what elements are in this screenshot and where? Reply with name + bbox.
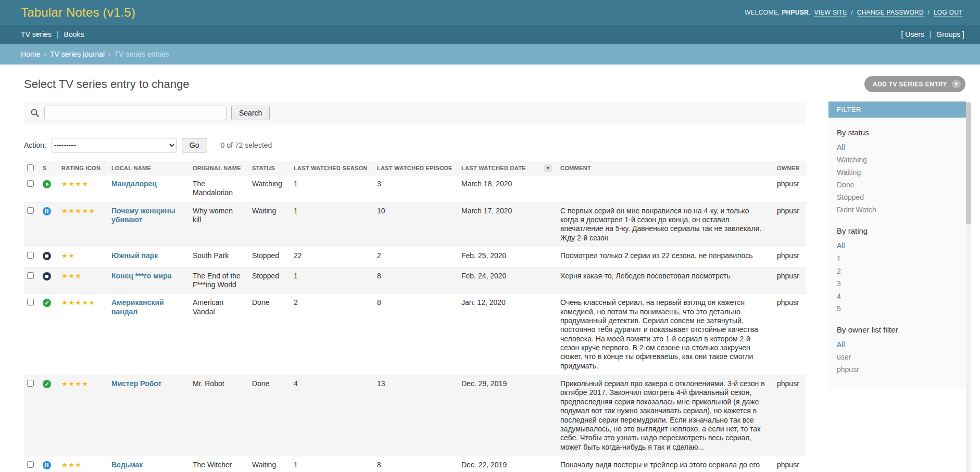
row-checkbox[interactable] (27, 461, 34, 468)
table-row: ★★ Южный парк South Park Stopped 22 2 Fe… (24, 247, 806, 267)
column-header-label: LAST WATCHED SEASON (294, 165, 368, 171)
status-pause-icon (43, 207, 51, 215)
filter-option[interactable]: 3 (837, 277, 958, 290)
breadcrumb-link[interactable]: TV series journal (50, 50, 105, 58)
filter-option-link[interactable]: 2 (837, 267, 841, 275)
filter-option[interactable]: Waiting (837, 166, 958, 178)
local-name-link[interactable]: Конец ***го мира (111, 272, 172, 280)
filter-option-link[interactable]: 1 (837, 254, 841, 263)
last-watched-episode: 10 (372, 202, 456, 247)
filter-option-link[interactable]: 3 (837, 279, 841, 288)
column-header-last-watched-episode[interactable]: LAST WATCHED EPISODE (372, 161, 456, 175)
local-name-link[interactable]: Южный парк (111, 251, 158, 260)
change-password-link[interactable]: CHANGE PASSWORD (857, 9, 924, 17)
header-bar: Tabular Notes (v1.5) WELCOME, PHPUSR. VI… (0, 0, 980, 25)
column-header-last-watched-date[interactable]: LAST WATCHED DATE▾ (456, 161, 555, 175)
filter-option[interactable]: All (837, 338, 958, 351)
filter-option[interactable]: 4 (837, 290, 958, 302)
nav-books-link[interactable]: Books (64, 30, 84, 39)
nav-tv-series-link[interactable]: TV series (21, 30, 52, 39)
status-text: Stopped (247, 267, 288, 294)
breadcrumb-separator: › (44, 50, 46, 58)
last-watched-date: Feb. 24, 2020 (456, 267, 555, 294)
last-watched-season: 1 (288, 456, 372, 472)
plus-icon (952, 80, 961, 88)
filter-option-link[interactable]: 4 (837, 292, 841, 300)
filter-option-link[interactable]: All (837, 241, 845, 250)
local-name-link[interactable]: Ведьмак (111, 461, 143, 469)
view-site-link[interactable]: VIEW SITE (814, 9, 847, 17)
column-header-rating-icon[interactable]: RATING ICON (56, 161, 106, 175)
column-header-last-watched-season[interactable]: LAST WATCHED SEASON (288, 161, 372, 175)
scrollbar[interactable] (966, 102, 971, 472)
selection-counter: 0 of 72 selected (221, 141, 272, 149)
column-header-local-name[interactable]: LOCAL NAME (106, 161, 187, 175)
filter-option-link[interactable]: 5 (837, 304, 841, 313)
site-title[interactable]: Tabular Notes (v1.5) (21, 5, 135, 20)
filter-option-link[interactable]: Didnt Watch (837, 206, 876, 214)
module-nav-bar: TV series | Books [ Users | Groups ] (0, 25, 980, 44)
row-checkbox[interactable] (27, 299, 34, 305)
filter-option[interactable]: 2 (837, 265, 958, 277)
filter-group: By statusAllWatchingWaitingDoneStoppedDi… (828, 128, 966, 216)
filter-option-link[interactable]: Waiting (837, 168, 861, 176)
status-text: Watching (247, 175, 288, 202)
filter-option[interactable]: phpusr (837, 363, 958, 376)
column-header-status[interactable]: STATUS (247, 161, 288, 175)
action-select[interactable]: --------- (52, 138, 177, 152)
local-name-link[interactable]: Почему женщины убивают (111, 207, 175, 224)
rating-stars-icon: ★★★★★ (61, 299, 96, 307)
filter-option[interactable]: 1 (837, 252, 958, 265)
filter-option[interactable]: 5 (837, 302, 958, 315)
filter-option-link[interactable]: All (837, 340, 845, 349)
comment-text: Посмотрел только 2 серии из 22 сезона, н… (555, 247, 772, 267)
filter-option[interactable]: Stopped (837, 191, 958, 203)
sort-descending-icon[interactable]: ▾ (544, 164, 552, 172)
select-all-checkbox[interactable] (27, 164, 34, 171)
logout-link[interactable]: LOG OUT (934, 9, 963, 17)
table-row: ★★★ Конец ***го мира The End of the F***… (24, 267, 806, 294)
last-watched-season: 1 (288, 267, 372, 294)
filter-option-link[interactable]: Stopped (837, 193, 864, 201)
filter-option[interactable]: All (837, 239, 958, 252)
status-text: Done (247, 294, 288, 375)
comment-text (555, 175, 772, 202)
add-tv-series-entry-button[interactable]: ADD TV SERIES ENTRY (864, 76, 965, 92)
local-name-link[interactable]: Мандалорец (111, 180, 157, 188)
filter-option[interactable]: Watching (837, 154, 958, 166)
row-checkbox[interactable] (27, 252, 34, 259)
filter-option[interactable]: All (837, 141, 958, 154)
filter-option[interactable]: Didnt Watch (837, 203, 958, 216)
go-button[interactable]: Go (182, 138, 207, 152)
column-header-s[interactable]: S (37, 161, 56, 175)
last-watched-season: 1 (288, 202, 372, 247)
scrollbar-thumb[interactable] (966, 102, 971, 224)
filter-option-link[interactable]: All (837, 143, 845, 151)
filter-option[interactable]: Done (837, 178, 958, 191)
breadcrumb-link[interactable]: Home (21, 50, 40, 58)
filter-option-link[interactable]: phpusr (837, 365, 859, 374)
status-stop-icon (43, 272, 51, 280)
filter-option-link[interactable]: Watching (837, 156, 867, 164)
filter-option[interactable]: user (837, 351, 958, 363)
column-header-original-name[interactable]: ORIGINAL NAME (187, 161, 247, 175)
column-header-comment[interactable]: COMMENT (555, 161, 772, 175)
table-header-row: SRATING ICONLOCAL NAMEORIGINAL NAMESTATU… (24, 161, 806, 175)
filter-option-link[interactable]: user (837, 353, 851, 361)
column-header-owner[interactable]: OWNER (772, 161, 806, 175)
rating-stars-icon: ★★★★ (61, 180, 89, 188)
filter-option-link[interactable]: Done (837, 181, 854, 189)
local-name-link[interactable]: Мистер Робот (111, 379, 161, 388)
row-checkbox[interactable] (27, 207, 34, 214)
search-input[interactable] (44, 106, 227, 120)
local-name-link[interactable]: Американский вандал (111, 298, 164, 315)
original-name: Mr. Robot (187, 375, 247, 456)
nav-users-link[interactable]: Users (905, 30, 924, 39)
row-checkbox[interactable] (27, 272, 34, 279)
last-watched-episode: 8 (372, 267, 456, 294)
row-checkbox[interactable] (27, 180, 34, 187)
search-button[interactable]: Search (231, 106, 270, 120)
nav-groups-link[interactable]: Groups (936, 30, 960, 39)
row-checkbox[interactable] (27, 380, 34, 387)
status-text: Stopped (247, 247, 288, 267)
